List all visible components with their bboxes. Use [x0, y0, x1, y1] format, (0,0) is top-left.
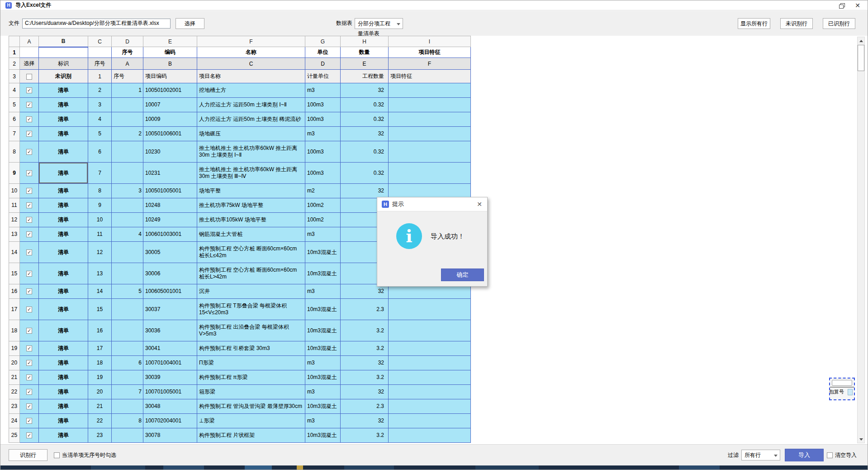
no-seq-checkbox[interactable] — [54, 452, 60, 458]
cell-code[interactable]: 100501006001 — [143, 127, 197, 141]
cell-unit[interactable]: m3 — [305, 127, 341, 141]
cell-select[interactable]: ✓ — [20, 428, 39, 443]
cell-name[interactable]: 推土地机推土 推土机功率60kW 推土距离30m 土壤类别 Ⅲ~Ⅳ — [197, 163, 305, 184]
vertical-scrollbar[interactable] — [857, 37, 865, 443]
scroll-down-icon[interactable] — [858, 436, 864, 443]
cell-code[interactable]: 30048 — [143, 399, 197, 414]
cell-code[interactable]: 10009 — [143, 112, 197, 127]
row-checkbox[interactable]: ✓ — [26, 188, 32, 194]
cell-unit[interactable]: 10m3混凝土 — [305, 263, 341, 284]
cell-d[interactable] — [112, 163, 143, 184]
cell-tag[interactable]: 清单 — [39, 163, 88, 184]
cell-seq[interactable]: 12 — [88, 242, 112, 263]
row-header[interactable]: 14 — [9, 242, 20, 263]
cell-feature[interactable] — [389, 399, 471, 414]
cell-code[interactable]: 30078 — [143, 428, 197, 443]
cell-tag[interactable]: 清单 — [39, 242, 88, 263]
cell-select[interactable]: ✓ — [20, 385, 39, 399]
cell-select[interactable]: ✓ — [20, 98, 39, 112]
col-header-F[interactable]: F — [197, 36, 305, 47]
row-header[interactable]: 24 — [9, 414, 20, 428]
row-checkbox[interactable]: ✓ — [26, 418, 32, 424]
recognized-rows-button[interactable]: 已识别行 — [823, 18, 855, 29]
cell-d[interactable]: 3 — [112, 184, 143, 198]
cell-feature[interactable] — [389, 320, 471, 341]
cell-code[interactable]: 100601003001 — [143, 227, 197, 242]
cell-tag[interactable]: 清单 — [39, 83, 88, 98]
cell-unit[interactable]: m2 — [305, 184, 341, 198]
cell-feature[interactable] — [389, 356, 471, 370]
cell-select[interactable]: ✓ — [20, 184, 39, 198]
cell-seq[interactable]: 11 — [88, 227, 112, 242]
cell-d[interactable] — [112, 263, 143, 284]
mapping-cell[interactable]: A — [112, 58, 143, 70]
cell-qty[interactable]: 32 — [341, 184, 389, 198]
cell-d[interactable]: 6 — [112, 356, 143, 370]
row-checkbox[interactable]: ✓ — [26, 328, 32, 334]
scrollbar-thumb[interactable] — [858, 45, 864, 71]
mapping-cell[interactable]: 选择 — [20, 58, 39, 70]
cell-code[interactable]: 10007 — [143, 98, 197, 112]
cell-tag[interactable]: 清单 — [39, 320, 88, 341]
field-header-cell[interactable] — [20, 47, 39, 58]
cell-seq[interactable]: 15 — [88, 299, 112, 320]
cell-feature[interactable] — [389, 428, 471, 443]
col-header-E[interactable]: E — [143, 36, 197, 47]
cell-select[interactable]: ✓ — [20, 141, 39, 163]
field-header-cell[interactable] — [39, 47, 88, 58]
cell-unit[interactable]: 计量单位 — [305, 70, 341, 83]
cell-feature[interactable] — [389, 83, 471, 98]
cell-select[interactable]: ✓ — [20, 414, 39, 428]
cell-unit[interactable]: 10m3混凝土 — [305, 341, 341, 356]
row-header[interactable]: 19 — [9, 341, 20, 356]
cell-name[interactable]: 箱形梁 — [197, 385, 305, 399]
row-header[interactable]: 7 — [9, 127, 20, 141]
col-header-A[interactable]: A — [20, 36, 39, 47]
row-checkbox[interactable]: ✓ — [26, 271, 32, 277]
cell-name[interactable]: 构件预制工程 管沟及管沟梁 最薄壁厚30cm — [197, 399, 305, 414]
mapping-cell[interactable]: F — [389, 58, 471, 70]
row-checkbox[interactable]: ✓ — [26, 374, 32, 380]
cell-select[interactable]: ✓ — [20, 399, 39, 414]
cell-code[interactable]: 30036 — [143, 320, 197, 341]
cell-tag[interactable]: 清单 — [39, 284, 88, 299]
row-checkbox[interactable]: ✓ — [26, 217, 32, 223]
cell-select[interactable]: ✓ — [20, 341, 39, 356]
cell-select[interactable]: ✓ — [20, 127, 39, 141]
cell-code[interactable]: 30006 — [143, 263, 197, 284]
cell-unit[interactable]: m3 — [305, 414, 341, 428]
cell-d[interactable] — [112, 198, 143, 213]
cell-name[interactable]: Π形梁 — [197, 356, 305, 370]
cell-unit[interactable]: 10m3混凝土 — [305, 320, 341, 341]
cell-d[interactable]: 8 — [112, 414, 143, 428]
cell-tag[interactable]: 清单 — [39, 127, 88, 141]
col-header-C[interactable]: C — [88, 36, 112, 47]
cell-tag[interactable]: 清单 — [39, 98, 88, 112]
row-header[interactable]: 4 — [9, 83, 20, 98]
cell-d[interactable] — [112, 341, 143, 356]
cell-d[interactable] — [112, 213, 143, 227]
col-header-H[interactable]: H — [341, 36, 389, 47]
row-header[interactable]: 8 — [9, 141, 20, 163]
close-window-icon[interactable]: ✕ — [855, 2, 860, 9]
cell-code[interactable]: 项目编码 — [143, 70, 197, 83]
cell-qty[interactable]: 0.32 — [341, 112, 389, 127]
cell-name[interactable]: ⊥形梁 — [197, 414, 305, 428]
cell-select[interactable]: ✓ — [20, 284, 39, 299]
cell-qty[interactable]: 3.2 — [341, 320, 389, 341]
row-header[interactable]: 20 — [9, 356, 20, 370]
cell-unit[interactable]: m3 — [305, 284, 341, 299]
cell-unit[interactable]: m3 — [305, 356, 341, 370]
cell-seq[interactable]: 20 — [88, 385, 112, 399]
row-checkbox[interactable]: ✓ — [26, 131, 32, 137]
cell-seq[interactable]: 4 — [88, 112, 112, 127]
cell-seq[interactable]: 2 — [88, 83, 112, 98]
row-header[interactable]: 11 — [9, 198, 20, 213]
cell-feature[interactable] — [389, 414, 471, 428]
cell-qty[interactable]: 工程数量 — [341, 70, 389, 83]
cell-select[interactable]: ✓ — [20, 263, 39, 284]
col-header-G[interactable]: G — [305, 36, 341, 47]
cell-name[interactable]: 钢筋混凝土大管桩 — [197, 227, 305, 242]
scroll-up-icon[interactable] — [858, 37, 864, 44]
cell-name[interactable]: 场地平整 — [197, 184, 305, 198]
